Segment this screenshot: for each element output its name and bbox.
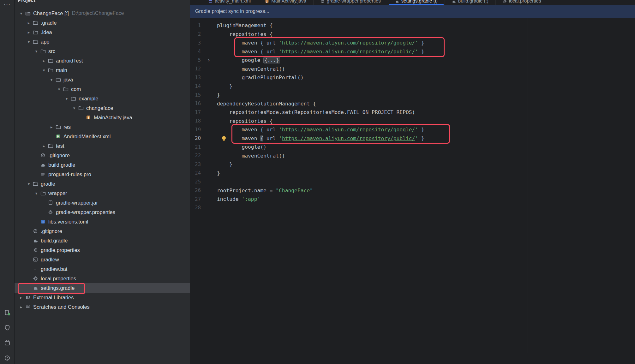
tree-item-src[interactable]: ▾src bbox=[15, 46, 190, 56]
tree-item-example[interactable]: ▾example bbox=[15, 94, 190, 103]
code-line-15[interactable]: 15} bbox=[190, 91, 635, 99]
code-line-13[interactable]: 13 gradlePluginPortal() bbox=[190, 73, 635, 82]
tree-item-gradle[interactable]: ▾gradle bbox=[15, 179, 190, 188]
tree-item-mainactivity-java[interactable]: JMainActivity.java bbox=[15, 113, 190, 122]
tree-item-settings-gradle[interactable]: settings.gradle bbox=[15, 283, 190, 293]
code-editor[interactable]: 1pluginManagement {2 repositories {3 mav… bbox=[190, 18, 635, 212]
editor-tab-settings-gradle-i[interactable]: settings.gradle (i) bbox=[388, 0, 445, 5]
tree-item-com[interactable]: ▾com bbox=[15, 84, 190, 94]
code-line-28[interactable]: 28 bbox=[190, 204, 635, 212]
tree-item-main[interactable]: ▾main bbox=[15, 65, 190, 75]
layout-icon bbox=[208, 0, 213, 3]
tree-item-label: ChangeFace [:] bbox=[33, 10, 69, 16]
code-line-1[interactable]: 1pluginManagement { bbox=[190, 21, 635, 30]
code-line-3[interactable]: 3 maven { url 'https://maven.aliyun.com/… bbox=[190, 39, 635, 47]
tree-item-label: local.properties bbox=[41, 276, 76, 282]
chevron-right-icon[interactable]: ▸ bbox=[18, 295, 25, 300]
tree-item-wrapper[interactable]: ▾wrapper bbox=[15, 188, 190, 198]
chevron-right-icon[interactable]: ▸ bbox=[40, 144, 47, 148]
running-devices-icon[interactable] bbox=[4, 309, 11, 316]
tree-item-gradle-properties[interactable]: gradle.properties bbox=[15, 245, 190, 255]
code-line-16[interactable]: 16dependencyResolutionManagement { bbox=[190, 99, 635, 108]
code-line-18[interactable]: 18 repositories { bbox=[190, 117, 635, 126]
tree-item-changeface[interactable]: ▾changeface bbox=[15, 103, 190, 113]
chevron-right-icon[interactable]: ▸ bbox=[40, 58, 47, 63]
tree-item-gitignore[interactable]: .gitignore bbox=[15, 151, 190, 160]
tree-item-test[interactable]: ▸test bbox=[15, 141, 190, 151]
tree-item-gradle[interactable]: ▸.gradle bbox=[15, 18, 190, 27]
jar-icon bbox=[47, 200, 54, 206]
tree-item-gradle-wrapper-jar[interactable]: gradle-wrapper.jar bbox=[15, 198, 190, 207]
chevron-down-icon[interactable]: ▾ bbox=[33, 191, 40, 196]
code-line-24[interactable]: 24} bbox=[190, 169, 635, 178]
intention-bulb-icon[interactable] bbox=[222, 136, 226, 141]
folder-icon bbox=[32, 20, 39, 26]
code-line-5[interactable]: 5› google {...} bbox=[190, 56, 635, 65]
chevron-right-icon[interactable]: ▸ bbox=[48, 125, 55, 129]
chevron-down-icon[interactable]: ▾ bbox=[25, 39, 32, 44]
editor-tab-activity-main-xml[interactable]: activity_main.xml bbox=[201, 0, 258, 5]
editor-tab-local-properties[interactable]: local.properties bbox=[496, 0, 548, 5]
tree-item-idea[interactable]: ▸.idea bbox=[15, 27, 190, 37]
editor-tab-build-gradle[interactable]: build.gradle (:) bbox=[445, 0, 496, 5]
tree-item-changeface[interactable]: ▾ChangeFace [:]D:\project\ChangeFace bbox=[15, 9, 190, 18]
tree-item-androidtest[interactable]: ▸androidTest bbox=[15, 56, 190, 65]
code-line-26[interactable]: 26rootProject.name = "ChangeFace" bbox=[190, 186, 635, 195]
tree-item-build-gradle[interactable]: build.gradle bbox=[15, 236, 190, 245]
svg-text:M: M bbox=[57, 135, 60, 138]
chevron-right-icon[interactable]: ▸ bbox=[25, 21, 32, 25]
code-line-2[interactable]: 2 repositories { bbox=[190, 30, 635, 39]
code-line-27[interactable]: 27include ':app' bbox=[190, 195, 635, 204]
logcat-icon[interactable] bbox=[4, 339, 11, 346]
tree-item-androidmanifest-xml[interactable]: MAndroidManifest.xml bbox=[15, 132, 190, 141]
tree-item-gradlew-bat[interactable]: gradlew.bat bbox=[15, 264, 190, 274]
console-icon bbox=[32, 256, 39, 263]
folder-icon bbox=[55, 124, 61, 130]
code-line-19[interactable]: 19 maven { url 'https://maven.aliyun.com… bbox=[190, 125, 635, 134]
tree-item-gradle-wrapper-properties[interactable]: gradle-wrapper.properties bbox=[15, 207, 190, 217]
tree-item-java[interactable]: ▾java bbox=[15, 75, 190, 84]
problems-icon[interactable] bbox=[4, 355, 11, 361]
code-line-25[interactable]: 25 bbox=[190, 177, 635, 186]
fold-marker-icon[interactable]: › bbox=[201, 57, 217, 63]
code-line-23[interactable]: 23 } bbox=[190, 160, 635, 169]
code-line-22[interactable]: 22 mavenCentral() bbox=[190, 152, 635, 160]
code-line-20[interactable]: 20 maven { url 'https://maven.aliyun.com… bbox=[190, 134, 635, 143]
chevron-right-icon[interactable]: ▸ bbox=[18, 305, 25, 309]
tree-item-res[interactable]: ▸res bbox=[15, 122, 190, 132]
chevron-down-icon[interactable]: ▾ bbox=[18, 11, 25, 16]
tree-item-label: MainActivity.java bbox=[94, 115, 132, 121]
folder-icon bbox=[78, 105, 84, 111]
tree-item-label: Scratches and Consoles bbox=[33, 304, 90, 310]
chevron-down-icon[interactable]: ▾ bbox=[33, 49, 40, 54]
tree-item-gradlew[interactable]: gradlew bbox=[15, 255, 190, 264]
editor-tab-mainactivity-java[interactable]: JMainActivity.java bbox=[258, 0, 314, 5]
chevron-down-icon[interactable]: ▾ bbox=[25, 182, 32, 186]
code-line-12[interactable]: 12 mavenCentral() bbox=[190, 65, 635, 74]
tree-item-scratches-and-consoles[interactable]: ▸Scratches and Consoles bbox=[15, 302, 190, 312]
more-tool-windows-icon[interactable]: ··· bbox=[3, 1, 11, 8]
code-line-14[interactable]: 14 } bbox=[190, 82, 635, 91]
chevron-down-icon[interactable]: ▾ bbox=[71, 106, 78, 110]
chevron-right-icon[interactable]: ▸ bbox=[25, 30, 32, 35]
code-line-21[interactable]: 21 google() bbox=[190, 143, 635, 152]
chevron-down-icon[interactable]: ▾ bbox=[63, 96, 70, 101]
chevron-down-icon[interactable]: ▾ bbox=[48, 77, 55, 82]
folder-icon bbox=[32, 39, 39, 45]
chevron-down-icon[interactable]: ▾ bbox=[56, 87, 63, 92]
tree-item-proguard-rules-pro[interactable]: proguard-rules.pro bbox=[15, 170, 190, 179]
editor-tab-gradle-wrapper-properties[interactable]: gradle-wrapper.properties bbox=[314, 0, 388, 5]
shield-icon[interactable] bbox=[4, 324, 11, 331]
chevron-down-icon[interactable]: ▾ bbox=[40, 68, 47, 73]
tree-item-label: com bbox=[71, 86, 81, 92]
tree-item-app[interactable]: ▾app bbox=[15, 37, 190, 46]
tree-item-gitignore[interactable]: .gitignore bbox=[15, 226, 190, 236]
code-line-17[interactable]: 17 repositoriesMode.set(RepositoriesMode… bbox=[190, 108, 635, 117]
code-line-4[interactable]: 4 maven { url 'https://maven.aliyun.com/… bbox=[190, 47, 635, 56]
line-number: 24 bbox=[190, 170, 201, 176]
tree-item-local-properties[interactable]: local.properties bbox=[15, 274, 190, 283]
tree-item-build-gradle[interactable]: build.gradle bbox=[15, 160, 190, 170]
tree-item-external-libraries[interactable]: ▸External Libraries bbox=[15, 293, 190, 302]
tree-item-libs-versions-toml[interactable]: Tlibs.versions.toml bbox=[15, 217, 190, 226]
editor-tabs: activity_main.xmlJMainActivity.javagradl… bbox=[190, 0, 635, 5]
